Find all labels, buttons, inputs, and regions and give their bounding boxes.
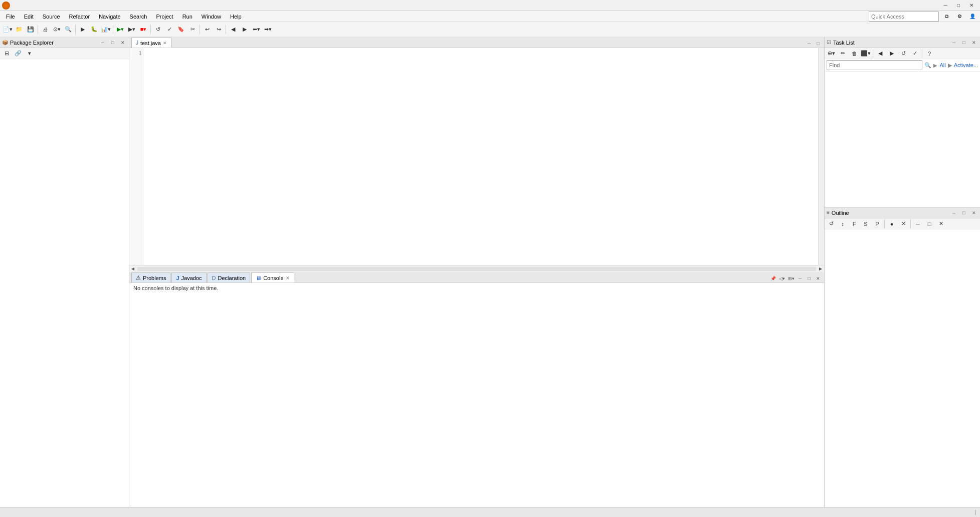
outline-title: Outline [832,210,948,216]
menu-file[interactable]: File [2,13,19,21]
debug-last-btn[interactable]: 🐛 [89,24,100,35]
console-pin-btn[interactable]: 📌 [769,275,777,283]
task-btn[interactable]: ✓ [164,24,175,35]
undo-btn[interactable]: ↩ [202,24,213,35]
open-perspective-button[interactable]: ⧉ [941,11,952,22]
outline-hide-static-btn[interactable]: S [860,218,871,229]
scissors-btn[interactable]: ✂ [187,24,198,35]
tab-console-close[interactable]: ✕ [286,276,290,281]
editor-maximize-btn[interactable]: □ [814,40,822,48]
menu-window[interactable]: Window [198,13,225,21]
eclipse-icon-btn[interactable]: ⊙▾ [51,24,62,35]
line-numbers: 1 [129,48,143,265]
task-prev-btn[interactable]: ◀ [875,48,886,59]
task-new-btn[interactable]: ⊕▾ [826,48,837,59]
tab-declaration[interactable]: D Declaration [208,273,251,283]
menu-navigate[interactable]: Navigate [95,13,124,21]
collapse-all-btn[interactable]: ⊟ [1,48,12,59]
status-marker: | [974,509,976,515]
task-list-title: Task List [833,40,948,46]
package-explorer-close[interactable]: ✕ [119,39,127,47]
print-button[interactable]: 🖨 [40,24,51,35]
tab-javadoc[interactable]: J Javadoc [171,273,206,283]
nav-back-btn[interactable]: ⬅▾ [251,24,262,35]
nav-fwd-btn[interactable]: ➡▾ [262,24,273,35]
task-find-input[interactable] [827,60,922,70]
scroll-right-btn[interactable]: ▶ [817,266,824,273]
maximize-button[interactable]: □ [952,1,965,10]
task-activate-link[interactable]: Activate... [954,62,978,68]
menu-project[interactable]: Project [152,13,177,21]
package-explorer-minimize[interactable]: ─ [99,39,107,47]
console-maximize-btn[interactable]: □ [805,275,813,283]
task-filter-btn[interactable]: ⬛▾ [860,48,871,59]
task-list-panel: ☑ Task List ─ □ ✕ ⊕▾ ✏ 🗑 ⬛▾ ◀ ▶ ↺ ✓ ? [825,37,980,207]
outline-dot-btn[interactable]: ● [886,218,897,229]
bookmark-btn[interactable]: 🔖 [175,24,186,35]
editor-minimize-btn[interactable]: ─ [805,40,813,48]
console-minimize-btn[interactable]: ─ [796,275,804,283]
outline-refresh-btn[interactable]: ↺ [826,218,837,229]
nav-next-btn[interactable]: ▶ [239,24,250,35]
code-editor[interactable] [143,48,818,265]
scroll-left-btn[interactable]: ◀ [129,266,136,273]
editor-tab-close[interactable]: ✕ [163,41,167,46]
refresh-btn[interactable]: ↺ [152,24,163,35]
outline-hide-fields-btn[interactable]: F [849,218,860,229]
editor-tab-test-java[interactable]: J test.java ✕ [131,38,171,48]
task-sync-btn[interactable]: ↺ [898,48,909,59]
run-btn[interactable]: ▶▾ [115,24,126,35]
open-button[interactable]: 📁 [14,24,25,35]
tab-console[interactable]: 🖥 Console ✕ [251,273,294,283]
outline-maximize2[interactable]: □ [924,218,935,229]
outline-maximize[interactable]: □ [960,209,968,217]
run2-btn[interactable]: ▶▾ [126,24,137,35]
customize-perspective-button[interactable]: ⚙ [954,11,965,22]
menu-refactor[interactable]: Refactor [65,13,94,21]
outline-minimize2[interactable]: ─ [912,218,923,229]
outline-close2[interactable]: ✕ [935,218,946,229]
menu-run[interactable]: Run [178,13,197,21]
outline-hide-non-public-btn[interactable]: P [872,218,883,229]
view-menu-btn[interactable]: ▾ [24,48,35,59]
console-arrow1-btn[interactable]: ◁▾ [778,275,786,283]
package-explorer-content [0,59,129,507]
save-button[interactable]: 💾 [25,24,36,35]
editor-scrollbar-horizontal[interactable]: ◀ ▶ [129,265,824,272]
task-mark-btn[interactable]: ✓ [909,48,920,59]
task-all-link[interactable]: All [939,62,945,68]
menu-edit[interactable]: Edit [20,13,38,21]
task-list-icon: ☑ [827,40,831,45]
run-last-btn[interactable]: ▶ [77,24,88,35]
coverage-btn[interactable]: 📊▾ [100,24,111,35]
outline-x-btn[interactable]: ✕ [898,218,909,229]
redo-btn[interactable]: ↪ [213,24,224,35]
task-delete-btn[interactable]: 🗑 [849,48,860,59]
quick-access-input[interactable] [869,12,939,22]
stop-btn[interactable]: ■▾ [138,24,149,35]
minimize-button[interactable]: ─ [939,1,952,10]
outline-sort-btn[interactable]: ↕ [837,218,848,229]
search-btn[interactable]: 🔍 [63,24,74,35]
outline-close[interactable]: ✕ [970,209,978,217]
link-editor-btn[interactable]: 🔗 [13,48,24,59]
task-list-maximize[interactable]: □ [960,39,968,47]
nav-prev-btn[interactable]: ◀ [228,24,239,35]
menu-help[interactable]: Help [226,13,246,21]
task-edit-btn[interactable]: ✏ [837,48,848,59]
package-explorer-maximize[interactable]: □ [109,39,117,47]
menu-search[interactable]: Search [126,13,151,21]
console-close-btn[interactable]: ✕ [814,275,822,283]
task-help-btn[interactable]: ? [924,48,935,59]
editor-scrollbar-vertical[interactable] [818,48,824,265]
quick-access-area: ⧉ ⚙ 👤 [869,11,980,22]
close-button[interactable]: ✕ [965,1,978,10]
task-list-close[interactable]: ✕ [970,39,978,47]
console-new-btn[interactable]: ⊞▾ [787,275,795,283]
task-list-minimize[interactable]: ─ [950,39,958,47]
outline-minimize[interactable]: ─ [950,209,958,217]
tab-problems[interactable]: ⚠ Problems [131,273,170,283]
task-next-btn[interactable]: ▶ [886,48,897,59]
new-button[interactable]: 📄▾ [2,24,13,35]
menu-source[interactable]: Source [39,13,64,21]
